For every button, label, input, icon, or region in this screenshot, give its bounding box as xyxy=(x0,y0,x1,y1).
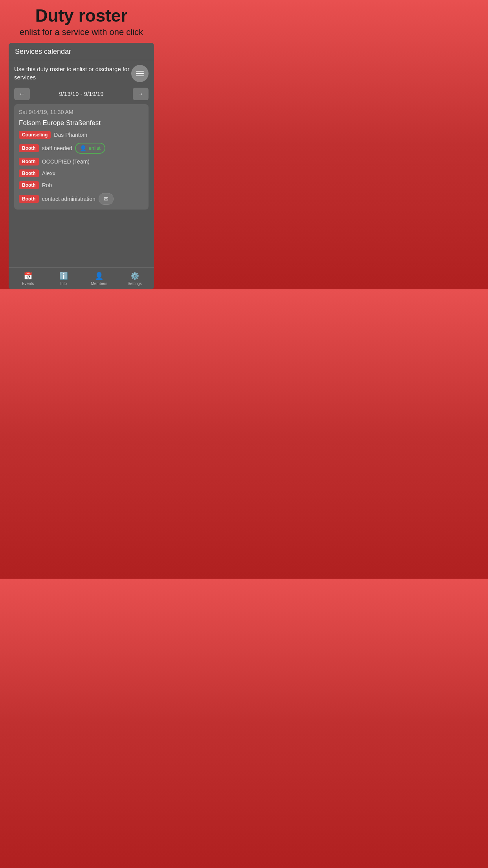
counseling-badge: Counseling xyxy=(19,131,51,139)
service-row-booth-occupied: Booth OCCUPIED (Team) xyxy=(19,158,144,166)
next-week-button[interactable]: → xyxy=(133,88,149,100)
booth-badge-2: Booth xyxy=(19,158,39,166)
enlist-button[interactable]: 👤 enlist xyxy=(75,143,105,154)
booth-rob-label: Rob xyxy=(42,182,52,188)
service-row-counseling: Counseling Das Phantom xyxy=(19,131,144,139)
services-calendar-title: Services calendar xyxy=(15,48,71,55)
booth-badge-3: Booth xyxy=(19,169,39,177)
nav-item-settings[interactable]: ⚙️ Settings xyxy=(117,270,153,287)
settings-label: Settings xyxy=(128,281,142,286)
enlist-label: enlist xyxy=(88,145,100,151)
service-row-booth-staff: Booth staff needed 👤 enlist xyxy=(19,143,144,154)
members-icon: 👤 xyxy=(95,272,103,280)
events-label: Events xyxy=(22,281,34,286)
service-row-booth-contact: Booth contact administration ✉ xyxy=(19,193,144,205)
menu-line-3 xyxy=(136,75,144,76)
booth-alexx-label: Alexx xyxy=(42,170,55,177)
event-name: Folsom Europe Straßenfest xyxy=(19,119,144,127)
email-icon: ✉ xyxy=(104,196,108,202)
nav-item-events[interactable]: 📅 Events xyxy=(10,270,46,287)
app-header: Services calendar xyxy=(9,43,154,60)
booth-badge-5: Booth xyxy=(19,195,39,203)
info-label: Info xyxy=(60,281,67,286)
menu-line-1 xyxy=(136,71,144,72)
booth-contact-label: contact administration xyxy=(42,196,95,202)
counseling-label: Das Phantom xyxy=(54,132,87,138)
info-menu-row: Use this duty roster to enlist or discha… xyxy=(14,65,149,82)
app-body: Use this duty roster to enlist or discha… xyxy=(9,60,154,267)
nav-item-info[interactable]: ℹ️ Info xyxy=(46,270,82,287)
booth-occupied-label: OCCUPIED (Team) xyxy=(42,158,90,165)
date-nav-row: ← 9/13/19 - 9/19/19 → xyxy=(14,88,149,100)
bottom-nav: 📅 Events ℹ️ Info 👤 Members ⚙️ Settings xyxy=(9,267,154,289)
event-datetime: Sat 9/14/19, 11:30 AM xyxy=(19,109,144,115)
nav-item-members[interactable]: 👤 Members xyxy=(81,270,117,287)
prev-week-button[interactable]: ← xyxy=(14,88,30,100)
hero-title: Duty roster xyxy=(35,6,128,25)
members-label: Members xyxy=(91,281,107,286)
duty-roster-info-text: Use this duty roster to enlist or discha… xyxy=(14,65,131,81)
info-icon: ℹ️ xyxy=(59,272,68,280)
hero-subtitle: enlist for a service with one click xyxy=(20,27,143,38)
booth-staff-label: staff needed xyxy=(42,145,72,151)
event-card: Sat 9/14/19, 11:30 AM Folsom Europe Stra… xyxy=(14,104,149,210)
enlist-icon: 👤 xyxy=(80,145,86,151)
events-icon: 📅 xyxy=(24,272,32,280)
app-frame: Services calendar Use this duty roster t… xyxy=(9,43,154,289)
booth-badge-1: Booth xyxy=(19,144,39,152)
email-button[interactable]: ✉ xyxy=(99,193,114,205)
settings-icon: ⚙️ xyxy=(130,272,139,280)
booth-badge-4: Booth xyxy=(19,181,39,189)
service-row-booth-rob: Booth Rob xyxy=(19,181,144,189)
service-row-booth-alexx: Booth Alexx xyxy=(19,169,144,177)
date-range-label: 9/13/19 - 9/19/19 xyxy=(59,90,103,97)
menu-button[interactable] xyxy=(131,65,149,82)
menu-line-2 xyxy=(136,73,144,74)
